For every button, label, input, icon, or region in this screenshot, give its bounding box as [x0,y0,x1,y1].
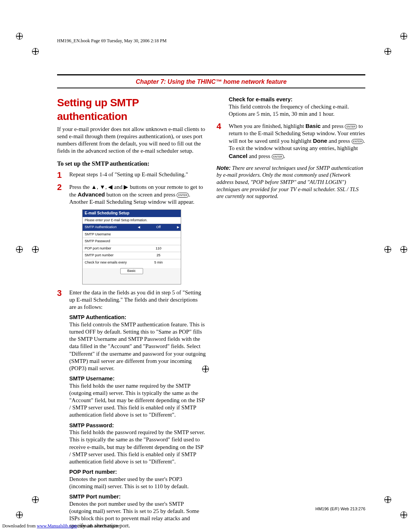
right-arrow-icon: ▶ [124,184,128,190]
regmark-icon [400,33,407,40]
regmark-icon [16,246,23,253]
rule-line [57,74,365,75]
dialog-row-label: SMTP Username [83,231,137,238]
field-heading: SMTP Password: [69,422,206,429]
done-label: Done [313,137,327,144]
footer-code: HM196 (E/F) Web 213:276 [315,506,365,511]
dialog-row-label: SMTP Authentication [83,224,137,231]
regmark-icon [32,246,39,253]
step-number: 3 [57,289,65,530]
dialog-basic-button: Basic [120,268,143,274]
step-4: 4 When you are finished, highlight Basic… [217,122,365,160]
intro-text: If your e-mail provider does not allow u… [57,126,206,155]
step-number: 4 [217,122,224,160]
field-description: This field holds the user name required … [69,382,206,419]
dialog-row: SMTP AuthenticationOff◀▶ [83,224,181,231]
regmark-icon [400,511,407,518]
field-heading: SMTP Username: [69,375,206,382]
step-3: 3 Enter the data in the fields as you di… [57,289,206,530]
note-label: Note: [217,165,231,171]
note-text: Note: There are several techniques used … [217,165,365,200]
chapter-title: Chapter 7: Using the THINC™ home network… [57,76,365,88]
dialog-row: SMTP Password [83,238,181,245]
dialog-row-label: SMTP Password [83,238,137,245]
section-heading: Setting up SMTP authentication [57,96,206,123]
regmark-icon [400,246,407,253]
regmark-icon [384,246,391,253]
dialog-row: POP port number110 [83,245,181,252]
regmark-icon [16,511,23,518]
dialog-row-value: 110 [136,245,180,252]
cancel-label: Cancel [229,153,247,159]
down-arrow-icon: ▼ [100,184,105,190]
step-body: Press the ▲, ▼, ◀ and ▶ buttons on your … [69,183,206,206]
step-body: When you are finished, highlight Basic a… [229,122,365,160]
dialog-row-value [136,231,180,238]
regmark-icon [16,33,23,40]
right-column: Check for e-mails every: This field cont… [217,96,365,532]
regmark-icon [384,496,391,503]
left-arrow-icon: ◀ [138,225,140,229]
dialog-row-label: SMTP port number [83,252,137,259]
up-arrow-icon: ▲ [91,184,97,190]
regmark-icon [32,48,39,55]
field-heading: Check for e-mails every: [229,96,365,103]
basic-label: Basic [306,123,321,129]
enter-key-icon: ENTER [345,124,357,129]
step-number: 2 [57,183,65,206]
footer-download: Downloaded from www.Manualslib.com manua… [2,523,119,529]
step-number: 1 [57,171,65,179]
step-2: 2 Press the ▲, ▼, ◀ and ▶ buttons on you… [57,183,206,206]
dialog-row-value: 25 [136,252,180,259]
dialog-row: Check for new emails every5 min [83,259,181,266]
dialog-row-value: 5 min [136,259,180,266]
regmark-icon [32,496,39,503]
field-description: Denotes the port number used by the user… [69,476,206,490]
enter-key-icon: ENTER [272,154,284,159]
step-body: Repeat steps 1-4 of "Setting up E-mail S… [69,171,206,179]
enter-key-icon: ENTER [177,193,189,198]
book-header: HM196_EN.book Page 69 Tuesday, May 30, 2… [57,38,167,44]
enter-key-icon: ENTER [352,139,364,144]
dialog-row: SMTP port number25 [83,252,181,259]
field-heading: SMTP Authentication: [69,314,206,321]
rule-line [57,88,365,88]
field-description: This field controls the SMTP authenticat… [69,321,206,372]
manualslib-link[interactable]: www.Manualslib.com [37,523,77,529]
dialog-row-value [136,238,180,245]
field-description: This field holds the password required b… [69,429,206,465]
field-heading: POP Port number: [69,468,206,476]
field-description: This field controls the frequency of che… [229,103,365,118]
dialog-row-label: Check for new emails every [83,259,137,266]
left-arrow-icon: ◀ [108,184,113,190]
left-column: Setting up SMTP authentication If your e… [57,96,206,532]
procedure-subhead: To set up the SMTP authentication: [57,160,206,168]
right-arrow-icon: ▶ [177,225,179,229]
page-content: Chapter 7: Using the THINC™ home network… [57,74,365,500]
dialog-row-value: Off◀▶ [136,224,180,231]
field-heading: SMTP Port number: [69,493,206,500]
dialog-screenshot: E-mail Scheduling Setup Please enter you… [82,209,181,284]
advanced-label: Advanced [78,191,105,198]
dialog-row-label: POP port number [83,245,137,252]
dialog-subtitle: Please enter your E-mail Setup Informati… [83,217,181,224]
regmark-icon [384,48,391,55]
dialog-row: SMTP Username [83,231,181,238]
dialog-title: E-mail Scheduling Setup [83,210,181,217]
step-body: Enter the data in the fields as you did … [69,289,206,530]
step-1: 1 Repeat steps 1-4 of "Setting up E-mail… [57,171,206,179]
